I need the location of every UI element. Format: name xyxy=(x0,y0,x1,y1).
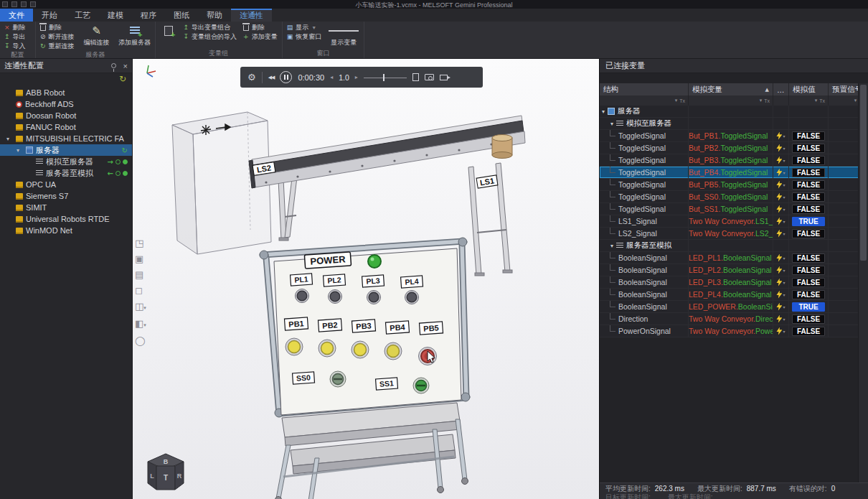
pilot-lamp-pl1[interactable] xyxy=(296,289,309,303)
table-row[interactable]: DirectionTwo Way Conveyor.Direction▾FALS… xyxy=(600,313,868,325)
scrollbar-thumb[interactable] xyxy=(860,85,867,261)
table-row[interactable]: BooleanSignalLED_PL4.BooleanSignal▾FALSE xyxy=(600,289,868,301)
tree-item-beckhoff-ads[interactable]: Beckhoff ADS xyxy=(0,98,132,110)
speed-slider[interactable] xyxy=(364,74,407,81)
close-icon[interactable]: × xyxy=(123,62,128,70)
signal-source-selector[interactable]: ▾ xyxy=(773,276,789,288)
cube-face-right[interactable]: R xyxy=(177,472,182,480)
tree-item-opc-ua[interactable]: OPC UA xyxy=(0,179,132,190)
speed-up-icon[interactable]: ▸ xyxy=(355,74,358,80)
signal-source-selector[interactable]: ▾ xyxy=(773,228,789,239)
pilot-lamp-pl3[interactable] xyxy=(367,291,381,304)
collapse-caret-icon[interactable]: ▾ xyxy=(6,136,13,142)
filter-sim-value[interactable]: ▾Tx xyxy=(789,95,829,106)
bounding-box-icon[interactable]: ◻ xyxy=(135,286,146,296)
export-variable-group-button[interactable]: ↥导出变量组合 xyxy=(182,23,239,32)
skip-to-start-icon[interactable]: ◀◀ xyxy=(268,75,275,80)
column-source[interactable]: … xyxy=(773,83,789,95)
tab-home[interactable]: 开始 xyxy=(33,9,66,22)
tab-help[interactable]: 帮助 xyxy=(198,9,231,22)
add-variable-button[interactable]: +添加变量 xyxy=(242,32,279,41)
reconnect-button[interactable]: ↻重新连接 xyxy=(39,42,76,50)
speed-down-icon[interactable]: ◂ xyxy=(330,74,333,80)
table-row[interactable]: ToggledSignalBut_PB5.ToggledSignal▾FALSE xyxy=(600,179,868,191)
add-server-button[interactable]: +添加服务器 xyxy=(118,23,152,47)
tree-item-winmod-net[interactable]: WinMOD Net xyxy=(0,225,132,236)
cube-face-back[interactable]: B xyxy=(164,458,169,465)
cube-face-top[interactable]: T xyxy=(164,474,168,482)
display-menu-button[interactable]: ▤显示▼ xyxy=(286,23,324,32)
signal-source-selector[interactable]: ▾ xyxy=(773,130,789,141)
tree-item-sim-to-server[interactable]: 模拟至服务器→ xyxy=(0,156,132,167)
delete-variable-button[interactable]: 删除 xyxy=(242,23,279,32)
collapse-caret-icon[interactable]: ▾ xyxy=(16,147,23,154)
tab-program[interactable]: 程序 xyxy=(132,9,165,22)
column-sim-value[interactable]: 模拟值 xyxy=(789,83,829,95)
filter-source[interactable] xyxy=(773,95,789,106)
settings-gear-icon[interactable]: ⚙ xyxy=(247,72,256,83)
signal-source-selector[interactable]: ▾ xyxy=(773,154,789,166)
signal-source-selector[interactable]: ▾ xyxy=(773,313,789,325)
signal-source-selector[interactable]: ▾ xyxy=(773,167,789,178)
video-record-icon[interactable] xyxy=(440,75,448,80)
pilot-lamp-pl2[interactable] xyxy=(329,290,342,304)
tree-item-server-to-sim[interactable]: 服务器至模拟← xyxy=(0,167,132,179)
tab-drawing[interactable]: 图纸 xyxy=(165,9,198,22)
tree-item-simit[interactable]: SIMIT xyxy=(0,202,132,213)
export-image-icon[interactable] xyxy=(412,73,419,81)
table-row[interactable]: ToggledSignalBut_SS1.ToggledSignal▾FALSE xyxy=(600,203,868,215)
tree-item-doosan-robot[interactable]: Doosan Robot xyxy=(0,110,132,121)
disconnect-button[interactable]: ⊘断开连接 xyxy=(39,32,76,41)
table-row[interactable]: PowerOnSignalTwo Way Conveyor.PowerOnSig… xyxy=(600,325,868,337)
signal-source-selector[interactable]: ▾ xyxy=(773,179,789,190)
shading-mode-icon[interactable]: ◧▾ xyxy=(135,319,146,330)
push-button-pb4[interactable] xyxy=(385,342,402,360)
tree-item-server[interactable]: ▾服务器↻ xyxy=(0,144,132,156)
power-led[interactable] xyxy=(368,255,381,268)
table-group-row[interactable]: ▾模拟至服务器 xyxy=(600,118,868,130)
signal-source-selector[interactable]: ▾ xyxy=(773,325,789,337)
tab-modeling[interactable]: 建模 xyxy=(99,9,132,22)
import-config-button[interactable]: ↧导入 xyxy=(3,42,27,50)
restore-window-button[interactable]: ▣恢复窗口 xyxy=(286,32,324,41)
signal-source-selector[interactable]: ▾ xyxy=(773,203,789,215)
navigation-cube[interactable]: B L T R xyxy=(142,451,189,495)
table-row[interactable]: BooleanSignalLED_PL2.BooleanSignal▾FALSE xyxy=(600,264,868,276)
table-row[interactable]: BooleanSignalLED_PL3.BooleanSignal▾FALSE xyxy=(600,276,868,289)
table-row[interactable]: ToggledSignalBut_PB3.ToggledSignal▾FALSE xyxy=(600,154,868,167)
snapshot-icon[interactable]: ▣ xyxy=(135,254,146,264)
table-row[interactable]: LS1_SignalTwo Way Conveyor.LS1_Signal▾TR… xyxy=(600,215,868,228)
signal-source-selector[interactable]: ▾ xyxy=(773,191,789,202)
pause-button[interactable] xyxy=(280,71,292,83)
delete-config-button[interactable]: ×删除 xyxy=(3,23,27,32)
pin-icon[interactable] xyxy=(111,63,116,68)
camera-snapshot-icon[interactable] xyxy=(425,74,434,80)
fit-view-icon[interactable]: ◳ xyxy=(135,238,146,248)
column-sim-variable[interactable]: 模拟变量▲ xyxy=(689,83,773,95)
tab-process[interactable]: 工艺 xyxy=(66,9,99,22)
import-variable-group-button[interactable]: ↧变量组合的导入 xyxy=(182,32,239,41)
filter-structure[interactable]: ▾Tx xyxy=(600,95,689,106)
table-row-selected[interactable]: ToggledSignalBut_PB4.ToggledSignal▾FALSE xyxy=(600,167,868,179)
push-button-pb1[interactable] xyxy=(286,338,303,355)
workpiece-cylinder[interactable] xyxy=(492,135,512,159)
section-view-icon[interactable]: ◫▾ xyxy=(135,302,146,313)
orbit-view-icon[interactable]: ◯ xyxy=(135,336,146,346)
refresh-icon[interactable]: ↻ xyxy=(119,74,126,84)
cube-face-left[interactable]: L xyxy=(150,472,154,480)
table-row[interactable]: LS2_SignalTwo Way Conveyor.LS2_Signal▾FA… xyxy=(600,228,868,240)
column-structure[interactable]: 结构 xyxy=(600,83,689,95)
table-group-row[interactable]: ▾服务器 xyxy=(600,106,868,118)
table-row[interactable]: ToggledSignalBut_PB1.ToggledSignal▾FALSE xyxy=(600,130,868,142)
tab-connectivity[interactable]: 连通性 xyxy=(231,9,272,22)
selector-switch-ss1[interactable] xyxy=(413,378,429,393)
scrollbar[interactable] xyxy=(858,83,868,482)
add-variable-group-button[interactable]: + xyxy=(159,23,179,37)
push-button-pb3[interactable] xyxy=(352,341,369,358)
delete-server-button[interactable]: 删除 xyxy=(39,23,76,32)
tab-file[interactable]: 文件 xyxy=(0,9,33,22)
3d-viewport[interactable]: LS2 LS1 xyxy=(133,59,599,499)
signal-source-selector[interactable]: ▾ xyxy=(773,252,789,264)
render-grid-icon[interactable]: ▤ xyxy=(135,270,146,280)
signal-source-selector[interactable]: ▾ xyxy=(773,142,789,154)
